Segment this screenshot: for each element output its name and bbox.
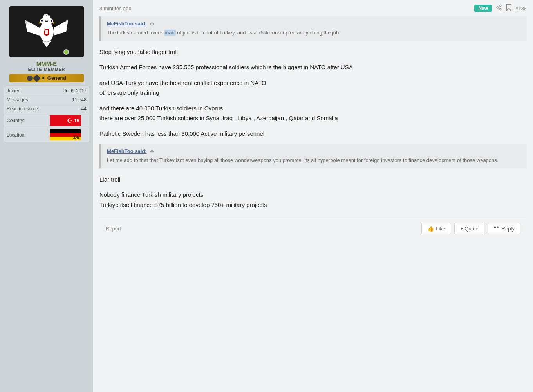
svg-rect-16	[45, 30, 48, 34]
reaction-label: Reaction score:	[4, 104, 47, 113]
location-row: Location: .DE	[4, 128, 89, 142]
quote-block-1: MeFishToo said: ⊕ The turkish armed forc…	[99, 16, 527, 41]
svg-marker-5	[54, 20, 68, 36]
share-icon[interactable]	[496, 4, 502, 12]
avatar-eagle-icon: ☽ ★	[23, 10, 70, 53]
post-body: MeFishToo said: ⊕ The turkish armed forc…	[93, 16, 533, 245]
post-line-4: others are only training	[99, 89, 159, 96]
post-footer: Report 👍 Like + Quote ❝❞ Reply	[99, 218, 527, 239]
svg-point-9	[40, 18, 45, 24]
user-rank: ELITE MEMBER	[4, 67, 89, 72]
quote1-link-icon[interactable]: ⊕	[150, 21, 154, 27]
post-header: 3 minutes ago New #138	[93, 0, 533, 16]
post-line-7: Pathetic Sweden has less than 30.000 Act…	[99, 129, 527, 139]
like-label: Like	[436, 226, 445, 232]
post-line-1: Stop lying you false flager troll	[99, 47, 527, 57]
svg-text:★: ★	[47, 13, 50, 16]
like-icon: 👍	[427, 225, 434, 232]
post-text-section2: Liar troll Nobody finance Turkish milita…	[99, 174, 527, 210]
quote-block-2: MeFishToo said: ⊕ Let me add to that tha…	[99, 144, 527, 168]
sidebar: ☽ ★	[0, 0, 93, 392]
post-line-2: Turkish Armed Forces have 235.565 profes…	[99, 62, 527, 72]
svg-marker-11	[38, 22, 40, 24]
svg-point-13	[41, 20, 43, 22]
post-line2-3: Turkiye itself finance $75 billion to de…	[99, 201, 267, 208]
joined-value: Jul 6, 2017	[47, 86, 89, 95]
reaction-value: -44	[47, 104, 89, 113]
like-button[interactable]: 👍 Like	[421, 223, 451, 234]
quote1-author[interactable]: MeFishToo said:	[107, 21, 147, 27]
flag-de-label: .DE	[73, 135, 79, 140]
quote2-author[interactable]: MeFishToo said:	[107, 148, 147, 154]
avatar: ☽ ★	[9, 6, 84, 57]
reply-button[interactable]: ❝❞ Reply	[488, 223, 520, 234]
joined-label: Joined:	[4, 86, 47, 95]
user-info-table: Joined: Jul 6, 2017 Messages: 11,548 Rea…	[4, 86, 89, 142]
reply-icon: ❝❞	[493, 225, 500, 232]
location-label: Location:	[4, 128, 47, 142]
svg-marker-12	[53, 22, 55, 24]
quote1-text: The turkish armed forces main object is …	[107, 29, 520, 37]
post-text-section1: Stop lying you false flager troll Turkis…	[99, 47, 527, 139]
post-line-5: and there are 40.000 Turkish soldiers in…	[99, 105, 223, 111]
post-line-6: there are over 25.000 Turkish soldiers i…	[99, 115, 338, 121]
online-indicator	[63, 49, 69, 55]
quote2-text: Let me add to that that Turkey isnt even…	[107, 156, 520, 164]
svg-point-14	[51, 20, 52, 22]
messages-row: Messages: 11,548	[4, 95, 89, 104]
svg-point-18	[497, 7, 498, 8]
rank-badge-icons: ✕	[27, 76, 45, 81]
quote2-link-icon[interactable]: ⊕	[150, 149, 154, 154]
messages-label: Messages:	[4, 95, 47, 104]
bookmark-icon[interactable]	[506, 4, 511, 13]
quote1-header: MeFishToo said: ⊕	[107, 20, 520, 27]
post-line-3-4: and USA-Turkiye have the best real confl…	[99, 78, 527, 98]
quote-button-label: + Quote	[460, 226, 479, 232]
rank-icon-circle	[27, 76, 33, 81]
svg-point-19	[500, 9, 501, 10]
quote1-highlight: main	[164, 30, 175, 36]
quote2-header: MeFishToo said: ⊕	[107, 148, 520, 154]
svg-point-17	[500, 5, 501, 6]
svg-line-21	[498, 6, 500, 7]
rank-label: General	[47, 75, 66, 81]
rank-icon-x: ✕	[41, 76, 45, 81]
country-flag-cell: .TR	[47, 113, 89, 128]
svg-line-20	[498, 8, 500, 9]
svg-marker-4	[25, 20, 40, 36]
germany-flag: .DE	[50, 129, 81, 140]
main-content: 3 minutes ago New #138	[93, 0, 533, 392]
post-line2-2: Nobody finance Turkish military projects	[99, 191, 203, 198]
reply-label: Reply	[502, 226, 515, 232]
report-link[interactable]: Report	[106, 226, 121, 232]
username: MMM-E	[4, 60, 89, 67]
footer-buttons: 👍 Like + Quote ❝❞ Reply	[421, 223, 520, 234]
post-actions: New #138	[474, 4, 527, 13]
quote-button[interactable]: + Quote	[454, 223, 484, 234]
location-flag-cell: .DE	[47, 128, 89, 142]
rank-badge: ✕ General	[9, 74, 84, 82]
messages-value: 11,548	[47, 95, 89, 104]
reaction-row: Reaction score: -44	[4, 104, 89, 113]
post-line-3: and USA-Turkiye have the best real confl…	[99, 79, 266, 86]
new-badge: New	[474, 5, 492, 12]
svg-point-10	[48, 18, 53, 24]
country-label: Country:	[4, 113, 47, 128]
post-line-5-6: and there are 40.000 Turkish soldiers in…	[99, 103, 527, 123]
post-line2-2-3: Nobody finance Turkish military projects…	[99, 190, 527, 210]
turkey-flag: .TR	[50, 115, 81, 126]
post-number: #138	[515, 5, 527, 11]
country-row: Country: .TR	[4, 113, 89, 128]
rank-icon-diamond	[33, 74, 41, 82]
post-line2-1: Liar troll	[99, 174, 527, 185]
flag-tr-label: .TR	[73, 119, 79, 123]
svg-marker-22	[506, 4, 511, 11]
post-time: 3 minutes ago	[99, 5, 132, 11]
joined-row: Joined: Jul 6, 2017	[4, 86, 89, 95]
